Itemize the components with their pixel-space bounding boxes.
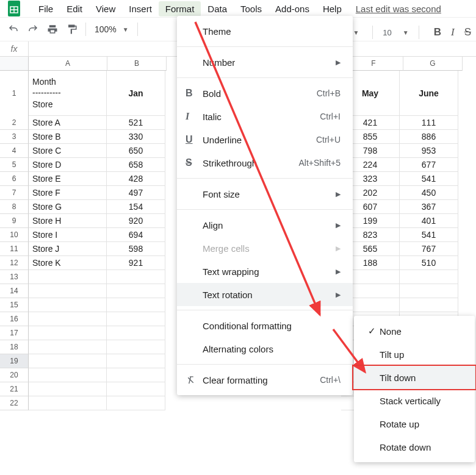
menu-add-ons[interactable]: Add-ons xyxy=(269,1,316,16)
row-header[interactable]: 19 xyxy=(0,354,29,368)
rotation-rotate-up[interactable]: Rotate up xyxy=(354,412,475,435)
cell[interactable]: Store E xyxy=(29,172,107,186)
cell[interactable] xyxy=(400,284,458,298)
row-header[interactable]: 20 xyxy=(0,368,29,382)
cell[interactable] xyxy=(29,382,107,396)
menu-item-text-wrapping[interactable]: Text wrapping▶ xyxy=(177,260,353,283)
row-header[interactable]: 21 xyxy=(0,382,29,396)
cell[interactable]: 541 xyxy=(400,172,458,186)
cell[interactable]: Store J xyxy=(29,242,107,256)
cell[interactable] xyxy=(29,298,107,312)
cell[interactable] xyxy=(107,382,165,396)
cell[interactable]: 521 xyxy=(107,116,165,130)
cell[interactable]: 886 xyxy=(400,130,458,144)
menu-edit[interactable]: Edit xyxy=(60,1,89,16)
cell[interactable] xyxy=(29,354,107,368)
cell[interactable] xyxy=(107,284,165,298)
cell[interactable] xyxy=(29,270,107,284)
cell[interactable]: Store B xyxy=(29,130,107,144)
rotation-tilt-down[interactable]: Tilt down xyxy=(354,366,475,389)
zoom-select[interactable]: 100% ▼ xyxy=(90,24,134,34)
cell[interactable] xyxy=(400,298,458,312)
cell[interactable] xyxy=(107,298,165,312)
col-header-f[interactable]: F xyxy=(344,57,403,71)
menu-item-conditional-formatting[interactable]: Conditional formatting xyxy=(177,314,353,337)
cell[interactable]: Store H xyxy=(29,214,107,228)
cell[interactable]: 154 xyxy=(107,200,165,214)
cell[interactable] xyxy=(107,354,165,368)
row-header[interactable]: 8 xyxy=(0,200,29,214)
redo-button[interactable] xyxy=(23,20,43,38)
cell[interactable]: 598 xyxy=(107,242,165,256)
menu-item-underline[interactable]: UUnderlineCtrl+U xyxy=(177,128,353,151)
menu-data[interactable]: Data xyxy=(201,1,234,16)
row-header[interactable]: 12 xyxy=(0,256,29,270)
cell[interactable]: 677 xyxy=(400,158,458,172)
row-header[interactable]: 13 xyxy=(0,270,29,284)
cell[interactable] xyxy=(29,340,107,354)
print-button[interactable] xyxy=(43,20,62,38)
bold-button[interactable]: B xyxy=(434,26,441,38)
italic-button[interactable]: I xyxy=(451,26,455,38)
cell[interactable]: 510 xyxy=(400,256,458,270)
row-header[interactable]: 3 xyxy=(0,130,29,144)
row-header[interactable]: 22 xyxy=(0,396,29,410)
cell[interactable]: Jan xyxy=(107,71,165,116)
menu-insert[interactable]: Insert xyxy=(122,1,159,16)
strikethrough-button[interactable]: S xyxy=(464,26,471,38)
menu-item-clear-formatting[interactable]: Clear formattingCtrl+\ xyxy=(177,368,353,391)
cell[interactable] xyxy=(107,396,165,410)
row-header[interactable]: 17 xyxy=(0,326,29,340)
col-header-g[interactable]: G xyxy=(403,57,463,71)
cell[interactable]: 450 xyxy=(400,186,458,200)
cell[interactable]: Store C xyxy=(29,144,107,158)
menu-item-alternating-colors[interactable]: Alternating colors xyxy=(177,337,353,360)
menu-item-theme[interactable]: Theme xyxy=(177,20,353,43)
row-header[interactable]: 7 xyxy=(0,186,29,200)
cell[interactable]: 497 xyxy=(107,186,165,200)
cell[interactable]: Store D xyxy=(29,158,107,172)
cell[interactable]: Store A xyxy=(29,116,107,130)
cell[interactable] xyxy=(29,396,107,410)
rotation-tilt-up[interactable]: Tilt up xyxy=(354,343,475,366)
cell[interactable]: 330 xyxy=(107,130,165,144)
row-header[interactable]: 10 xyxy=(0,228,29,242)
cell[interactable]: 367 xyxy=(400,200,458,214)
cell[interactable] xyxy=(29,368,107,382)
cell[interactable]: 953 xyxy=(400,144,458,158)
row-header[interactable]: 11 xyxy=(0,242,29,256)
menu-item-text-rotation[interactable]: Text rotation▶ xyxy=(177,283,353,306)
menu-view[interactable]: View xyxy=(89,1,122,16)
cell[interactable]: Store I xyxy=(29,228,107,242)
menu-tools[interactable]: Tools xyxy=(234,1,269,16)
rotation-stack-vertically[interactable]: Stack vertically xyxy=(354,389,475,412)
last-edit-link[interactable]: Last edit was second xyxy=(356,4,441,14)
col-header-b[interactable]: B xyxy=(107,57,167,71)
menu-item-align[interactable]: Align▶ xyxy=(177,213,353,237)
cell[interactable]: 767 xyxy=(400,242,458,256)
row-header[interactable]: 18 xyxy=(0,340,29,354)
menu-format[interactable]: Format xyxy=(159,1,201,16)
font-size-select[interactable]: 10 ▼ xyxy=(377,28,414,37)
select-all-corner[interactable] xyxy=(0,57,29,71)
col-header-a[interactable]: A xyxy=(29,57,107,71)
menu-help[interactable]: Help xyxy=(316,1,348,16)
cell[interactable] xyxy=(107,270,165,284)
cell[interactable] xyxy=(107,368,165,382)
rotation-none[interactable]: ✓None xyxy=(354,320,475,343)
cell[interactable]: 694 xyxy=(107,228,165,242)
cell[interactable]: 921 xyxy=(107,256,165,270)
cell[interactable] xyxy=(29,326,107,340)
cell[interactable]: Store F xyxy=(29,186,107,200)
cell[interactable] xyxy=(107,326,165,340)
cell[interactable] xyxy=(29,312,107,326)
cell[interactable]: Month ---------- Store xyxy=(29,71,107,116)
cell[interactable]: 658 xyxy=(107,158,165,172)
cell[interactable]: 920 xyxy=(107,214,165,228)
undo-button[interactable] xyxy=(4,20,23,38)
row-header[interactable]: 1 xyxy=(0,71,29,116)
cell[interactable]: June xyxy=(400,71,458,116)
cell[interactable] xyxy=(400,270,458,284)
cell[interactable]: Store G xyxy=(29,200,107,214)
cell[interactable] xyxy=(107,312,165,326)
